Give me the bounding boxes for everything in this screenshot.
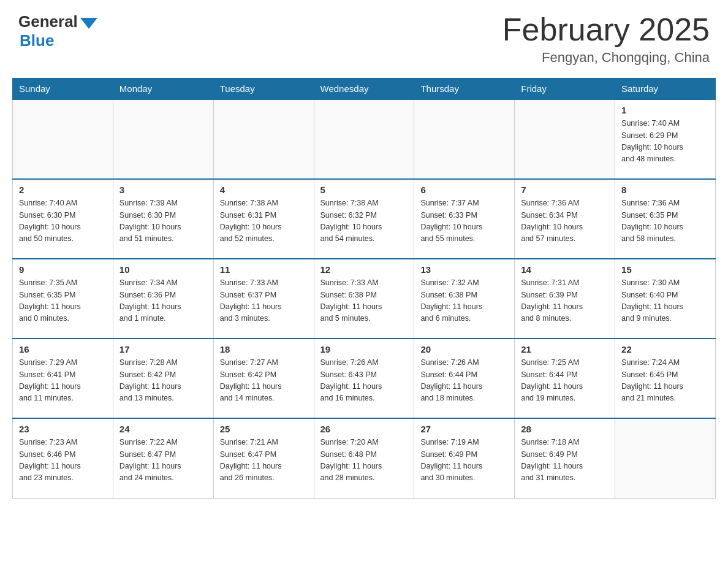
calendar-week-row: 23Sunrise: 7:23 AMSunset: 6:46 PMDayligh… [13, 418, 716, 498]
day-info: Sunrise: 7:35 AMSunset: 6:35 PMDaylight:… [19, 277, 107, 325]
day-info: Sunrise: 7:20 AMSunset: 6:48 PMDaylight:… [320, 437, 408, 484]
calendar-cell: 8Sunrise: 7:36 AMSunset: 6:35 PMDaylight… [615, 179, 716, 259]
day-number: 15 [621, 264, 709, 275]
logo-blue-text: Blue [20, 31, 54, 50]
day-number: 10 [119, 264, 207, 275]
calendar-cell: 15Sunrise: 7:30 AMSunset: 6:40 PMDayligh… [615, 259, 716, 339]
day-number: 26 [320, 424, 408, 434]
day-info: Sunrise: 7:25 AMSunset: 6:44 PMDaylight:… [521, 357, 609, 405]
day-number: 25 [220, 424, 308, 434]
logo: General Blue [18, 12, 97, 50]
calendar-cell [113, 99, 213, 179]
day-info: Sunrise: 7:39 AMSunset: 6:30 PMDaylight:… [119, 197, 207, 245]
day-info: Sunrise: 7:34 AMSunset: 6:36 PMDaylight:… [119, 277, 207, 325]
day-info: Sunrise: 7:36 AMSunset: 6:35 PMDaylight:… [621, 197, 709, 245]
day-info: Sunrise: 7:40 AMSunset: 6:30 PMDaylight:… [19, 197, 107, 245]
day-number: 2 [19, 185, 107, 195]
day-number: 20 [420, 344, 508, 354]
day-number: 6 [420, 185, 508, 195]
day-info: Sunrise: 7:38 AMSunset: 6:31 PMDaylight:… [220, 197, 308, 245]
logo-triangle-icon [80, 18, 97, 29]
calendar-cell: 27Sunrise: 7:19 AMSunset: 6:49 PMDayligh… [414, 418, 515, 498]
day-info: Sunrise: 7:26 AMSunset: 6:44 PMDaylight:… [420, 357, 508, 405]
calendar-cell [615, 418, 716, 498]
calendar-cell: 25Sunrise: 7:21 AMSunset: 6:47 PMDayligh… [213, 418, 314, 498]
day-info: Sunrise: 7:33 AMSunset: 6:37 PMDaylight:… [220, 277, 308, 325]
day-number: 27 [420, 424, 508, 434]
calendar-cell: 21Sunrise: 7:25 AMSunset: 6:44 PMDayligh… [515, 339, 615, 418]
calendar-week-row: 2Sunrise: 7:40 AMSunset: 6:30 PMDaylight… [13, 179, 716, 259]
calendar-cell [13, 99, 113, 179]
day-info: Sunrise: 7:22 AMSunset: 6:47 PMDaylight:… [119, 437, 207, 484]
day-info: Sunrise: 7:29 AMSunset: 6:41 PMDaylight:… [19, 357, 107, 405]
day-number: 12 [320, 264, 408, 275]
day-info: Sunrise: 7:18 AMSunset: 6:49 PMDaylight:… [521, 437, 609, 484]
weekday-header-saturday: Saturday [615, 79, 716, 100]
calendar-cell: 11Sunrise: 7:33 AMSunset: 6:37 PMDayligh… [213, 259, 314, 339]
calendar-week-row: 9Sunrise: 7:35 AMSunset: 6:35 PMDaylight… [13, 259, 716, 339]
calendar-week-row: 16Sunrise: 7:29 AMSunset: 6:41 PMDayligh… [13, 339, 716, 418]
day-number: 8 [621, 185, 709, 195]
day-info: Sunrise: 7:27 AMSunset: 6:42 PMDaylight:… [220, 357, 308, 405]
day-info: Sunrise: 7:24 AMSunset: 6:45 PMDaylight:… [621, 357, 709, 405]
day-number: 14 [521, 264, 609, 275]
day-number: 19 [320, 344, 408, 354]
calendar-cell [213, 99, 314, 179]
calendar-cell: 23Sunrise: 7:23 AMSunset: 6:46 PMDayligh… [13, 418, 113, 498]
calendar-cell: 17Sunrise: 7:28 AMSunset: 6:42 PMDayligh… [113, 339, 213, 418]
calendar-cell: 22Sunrise: 7:24 AMSunset: 6:45 PMDayligh… [615, 339, 716, 418]
location-title: Fengyan, Chongqing, China [502, 50, 710, 66]
calendar-cell: 2Sunrise: 7:40 AMSunset: 6:30 PMDaylight… [13, 179, 113, 259]
calendar-cell: 3Sunrise: 7:39 AMSunset: 6:30 PMDaylight… [113, 179, 213, 259]
day-number: 24 [119, 424, 207, 434]
day-number: 5 [320, 185, 408, 195]
day-info: Sunrise: 7:36 AMSunset: 6:34 PMDaylight:… [521, 197, 609, 245]
day-number: 7 [521, 185, 609, 195]
day-number: 13 [420, 264, 508, 275]
day-info: Sunrise: 7:33 AMSunset: 6:38 PMDaylight:… [320, 277, 408, 325]
day-number: 21 [521, 344, 609, 354]
calendar-cell: 1Sunrise: 7:40 AMSunset: 6:29 PMDaylight… [615, 99, 716, 179]
day-number: 17 [119, 344, 207, 354]
weekday-header-monday: Monday [113, 79, 213, 100]
weekday-header-friday: Friday [515, 79, 615, 100]
calendar-cell: 13Sunrise: 7:32 AMSunset: 6:38 PMDayligh… [414, 259, 515, 339]
logo-general: General [18, 12, 97, 31]
calendar-cell [515, 99, 615, 179]
calendar-cell: 10Sunrise: 7:34 AMSunset: 6:36 PMDayligh… [113, 259, 213, 339]
calendar-cell: 4Sunrise: 7:38 AMSunset: 6:31 PMDaylight… [213, 179, 314, 259]
day-number: 4 [220, 185, 308, 195]
day-info: Sunrise: 7:38 AMSunset: 6:32 PMDaylight:… [320, 197, 408, 245]
month-title: February 2025 [502, 12, 710, 47]
day-info: Sunrise: 7:31 AMSunset: 6:39 PMDaylight:… [521, 277, 609, 325]
day-info: Sunrise: 7:40 AMSunset: 6:29 PMDaylight:… [621, 118, 709, 166]
weekday-header-thursday: Thursday [414, 79, 515, 100]
day-info: Sunrise: 7:28 AMSunset: 6:42 PMDaylight:… [119, 357, 207, 405]
day-number: 9 [19, 264, 107, 275]
calendar-cell: 19Sunrise: 7:26 AMSunset: 6:43 PMDayligh… [314, 339, 414, 418]
page-header: General Blue February 2025 Fengyan, Chon… [0, 0, 728, 72]
calendar-week-row: 1Sunrise: 7:40 AMSunset: 6:29 PMDaylight… [13, 99, 716, 179]
calendar-cell: 24Sunrise: 7:22 AMSunset: 6:47 PMDayligh… [113, 418, 213, 498]
day-info: Sunrise: 7:19 AMSunset: 6:49 PMDaylight:… [420, 437, 508, 484]
calendar-cell: 26Sunrise: 7:20 AMSunset: 6:48 PMDayligh… [314, 418, 414, 498]
calendar-cell: 5Sunrise: 7:38 AMSunset: 6:32 PMDaylight… [314, 179, 414, 259]
calendar-header-row: SundayMondayTuesdayWednesdayThursdayFrid… [13, 79, 716, 100]
day-number: 11 [220, 264, 308, 275]
title-block: February 2025 Fengyan, Chongqing, China [502, 12, 710, 66]
day-info: Sunrise: 7:23 AMSunset: 6:46 PMDaylight:… [19, 437, 107, 484]
day-number: 22 [621, 344, 709, 354]
weekday-header-sunday: Sunday [13, 79, 113, 100]
day-info: Sunrise: 7:21 AMSunset: 6:47 PMDaylight:… [220, 437, 308, 484]
day-number: 23 [19, 424, 107, 434]
calendar-cell [314, 99, 414, 179]
calendar-cell: 20Sunrise: 7:26 AMSunset: 6:44 PMDayligh… [414, 339, 515, 418]
day-number: 16 [19, 344, 107, 354]
calendar-cell [414, 99, 515, 179]
day-number: 18 [220, 344, 308, 354]
calendar-cell: 7Sunrise: 7:36 AMSunset: 6:34 PMDaylight… [515, 179, 615, 259]
calendar-table: SundayMondayTuesdayWednesdayThursdayFrid… [12, 78, 716, 499]
day-info: Sunrise: 7:37 AMSunset: 6:33 PMDaylight:… [420, 197, 508, 245]
calendar-cell: 9Sunrise: 7:35 AMSunset: 6:35 PMDaylight… [13, 259, 113, 339]
day-number: 1 [621, 105, 709, 115]
